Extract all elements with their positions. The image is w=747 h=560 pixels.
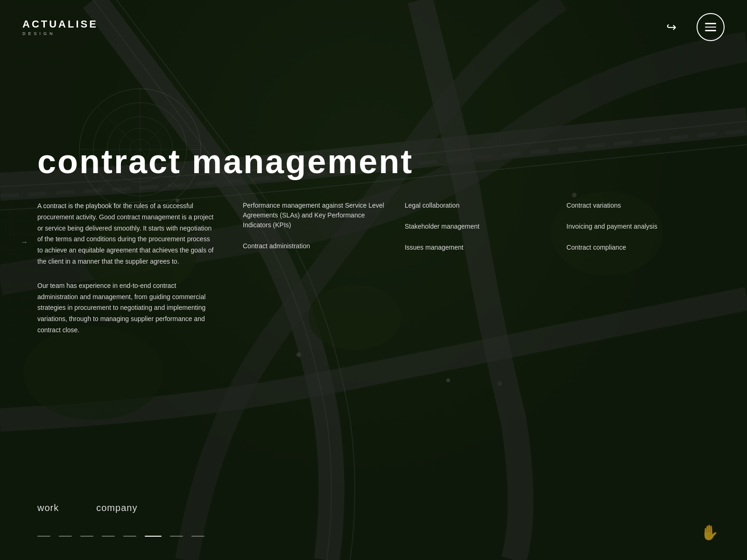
nav-company[interactable]: company [96, 503, 137, 513]
service-item-compliance[interactable]: Contract compliance [566, 243, 710, 252]
progress-dot-3 [80, 536, 93, 537]
description-para-2: Our team has experience in end-to-end co… [37, 280, 215, 336]
service-item-legal[interactable]: Legal collaboration [405, 201, 548, 210]
progress-dots [37, 536, 204, 537]
back-arrow-icon: ↩ [666, 20, 677, 35]
progress-dot-6-active [145, 536, 162, 537]
page-title: contract management [37, 145, 413, 178]
service-col-1: Performance management against Service L… [243, 201, 386, 336]
service-item-issues[interactable]: Issues management [405, 243, 548, 252]
logo[interactable]: ACTUALISE DESIGN [22, 18, 98, 36]
header: ACTUALISE DESIGN ↩ [0, 0, 747, 54]
service-item-performance[interactable]: Performance management against Service L… [243, 201, 386, 230]
description-column: A contract is the playbook for the rules… [37, 201, 215, 336]
menu-icon [705, 23, 716, 31]
back-button[interactable]: ↩ [661, 17, 682, 37]
logo-sub: DESIGN [22, 31, 98, 36]
logo-text: ACTUALISE [22, 18, 98, 30]
menu-button[interactable] [697, 13, 725, 41]
header-controls: ↩ [661, 13, 725, 41]
content-area: A contract is the playbook for the rules… [37, 201, 710, 336]
service-item-variations[interactable]: Contract variations [566, 201, 710, 210]
progress-dot-5 [123, 536, 136, 537]
service-item-contract-admin[interactable]: Contract administration [243, 241, 386, 251]
arrow-indicator: → [21, 238, 28, 246]
service-item-invoicing[interactable]: Invoicing and payment analysis [566, 222, 710, 231]
description-text: A contract is the playbook for the rules… [37, 201, 215, 336]
progress-dot-1 [37, 536, 50, 537]
service-col-2: Legal collaboration Stakeholder manageme… [405, 201, 548, 336]
bottom-nav: work company [37, 503, 137, 513]
progress-dot-4 [102, 536, 115, 537]
nav-work[interactable]: work [37, 503, 59, 513]
progress-dot-7 [170, 536, 183, 537]
service-item-stakeholder[interactable]: Stakeholder management [405, 222, 548, 231]
progress-dot-2 [59, 536, 72, 537]
progress-dot-8 [191, 536, 204, 537]
hand-icon[interactable]: ✋ [700, 524, 719, 541]
services-grid: Performance management against Service L… [243, 201, 710, 336]
service-col-3: Contract variations Invoicing and paymen… [566, 201, 710, 336]
description-para-1: A contract is the playbook for the rules… [37, 201, 215, 267]
